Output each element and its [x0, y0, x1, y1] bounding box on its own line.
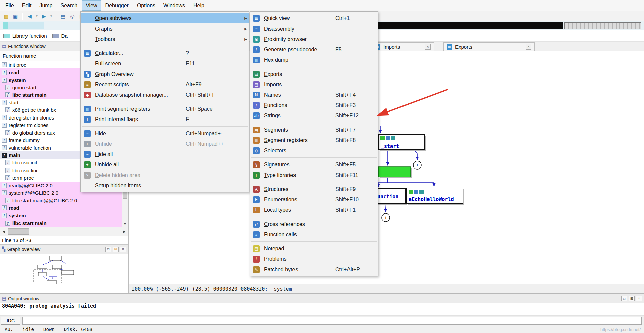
- menu-item-names[interactable]: NNamesShift+F4: [250, 90, 378, 100]
- scroll-right-icon[interactable]: ▶: [121, 227, 128, 236]
- menu-item-strings[interactable]: abStringsShift+F12: [250, 110, 378, 121]
- scroll-left-icon[interactable]: ◀: [0, 227, 7, 236]
- function-name: libc csu fini: [12, 168, 37, 173]
- tab-exports[interactable]: ▦ Exports ×: [443, 42, 535, 51]
- output-window-titlebar[interactable]: ▤ Output window □ ⊞ ×: [0, 294, 644, 303]
- menu-item-calculator[interactable]: ▦Calculator...?: [81, 48, 249, 58]
- menu-item-shortcut: Shift+F12: [335, 113, 371, 119]
- print-segment-registers-icon: ▥: [84, 106, 91, 112]
- menu-item-quick-view[interactable]: ▦Quick viewCtrl+1: [250, 13, 378, 23]
- command-line-input[interactable]: [22, 317, 642, 325]
- menu-item-selectors[interactable]: ◇Selectors: [250, 145, 378, 156]
- function-name: init proc: [9, 62, 26, 68]
- menu-item-database-snapshot-manager[interactable]: ◆Database snapshot manager...Ctrl+Shift+…: [81, 90, 249, 100]
- menu-item-exports[interactable]: ▤Exports: [250, 69, 378, 79]
- menu-item-recent-scripts[interactable]: ≡Recent scriptsAlt+F9: [81, 79, 249, 90]
- graph-node-string[interactable]: aEchoHelloWorld: [407, 188, 464, 205]
- function-row[interactable]: ƒsystem: [0, 212, 122, 219]
- menu-item-full-screen[interactable]: Full screenF11: [81, 58, 249, 69]
- menubar-item-debugger[interactable]: Debugger: [102, 1, 132, 10]
- navigate-back-dropdown-icon[interactable]: ▼: [35, 12, 39, 20]
- float-icon[interactable]: ⊞: [629, 296, 635, 301]
- menu-item-unhide[interactable]: +UnhideCtrl+Numpad++: [81, 139, 249, 149]
- menu-item-hide-all[interactable]: −Hide all: [81, 149, 249, 159]
- functions-horizontal-scrollbar[interactable]: ◀ ▶: [0, 227, 128, 236]
- menu-item-setup-hidden-items[interactable]: Setup hidden items...: [81, 180, 249, 191]
- menu-item-generate-pseudocode[interactable]: ƒGenerate pseudocodeF5: [250, 44, 378, 55]
- menu-item-cross-references[interactable]: ⇄Cross references: [250, 219, 378, 229]
- graph-overview-titlebar[interactable]: ▚ Graph overview □ ⊞ ×: [0, 245, 128, 254]
- close-icon[interactable]: ×: [526, 44, 531, 50]
- menu-item-print-segment-registers[interactable]: ▥Print segment registersCtrl+Space: [81, 104, 249, 114]
- menu-item-toolbars[interactable]: Toolbars▶: [81, 34, 249, 44]
- menu-item-type-libraries[interactable]: TType librariesShift+F11: [250, 170, 378, 180]
- close-icon[interactable]: ×: [120, 247, 126, 252]
- menu-item-patched-bytes[interactable]: ✎Patched bytesCtrl+Alt+P: [250, 264, 378, 275]
- navigate-forward-icon[interactable]: ▶: [40, 12, 48, 20]
- menu-item-enumerations[interactable]: EEnumerationsShift+F10: [250, 194, 378, 205]
- function-name: do global dtors aux: [12, 130, 55, 136]
- menu-item-label: Patched bytes: [264, 267, 335, 273]
- menu-item-structures[interactable]: AStructuresShift+F9: [250, 184, 378, 194]
- menu-item-hide[interactable]: −HideCtrl+Numpad+-: [81, 128, 249, 139]
- float-icon[interactable]: ⊞: [113, 247, 119, 252]
- menu-item-delete-hidden-area[interactable]: ×Delete hidden area: [81, 170, 249, 180]
- tab-imports[interactable]: ▦ Imports ×: [372, 42, 434, 51]
- navigate-forward-dropdown-icon[interactable]: ▼: [49, 12, 53, 20]
- menu-item-proximity-browser[interactable]: ◉Proximity browser: [250, 34, 378, 44]
- menubar-item-jump[interactable]: Jump: [36, 1, 56, 10]
- graph-node-current[interactable]: [378, 167, 412, 178]
- menu-item-graph-overview[interactable]: ▚Graph Overview: [81, 69, 249, 79]
- menu-item-local-types[interactable]: LLocal typesShift+F1: [250, 205, 378, 215]
- scroll-down-icon[interactable]: ▼: [122, 221, 128, 227]
- menubar-item-file[interactable]: File: [2, 1, 18, 10]
- menu-item-hex-dump[interactable]: ▥Hex dump: [250, 55, 378, 65]
- menu-item-unhide-all[interactable]: +Unhide all: [81, 159, 249, 170]
- menu-item-label: Database snapshot manager...: [95, 92, 186, 98]
- open-file-icon[interactable]: ▨: [2, 12, 10, 20]
- output-log[interactable]: 804A040: prolog analysis failed: [0, 303, 644, 316]
- close-icon[interactable]: ×: [425, 44, 431, 50]
- menu-item-graphs[interactable]: Graphs▶: [81, 23, 249, 34]
- maximize-icon[interactable]: □: [621, 296, 627, 301]
- function-row[interactable]: ƒlibc start main@@GLIBC 2 0: [0, 197, 122, 204]
- menu-item-functions[interactable]: ƒFunctionsShift+F3: [250, 100, 378, 110]
- graph-node-start[interactable]: _start: [378, 134, 426, 151]
- menubar-item-help[interactable]: Help: [190, 1, 208, 10]
- menu-item-signatures[interactable]: §SignaturesShift+F5: [250, 159, 378, 170]
- expand-node-icon[interactable]: +: [413, 161, 421, 169]
- graph-overview-minimap[interactable]: [0, 254, 128, 293]
- menu-item-segment-registers[interactable]: ▥Segment registersShift+F8: [250, 135, 378, 145]
- navigate-forward-dropdown-icon-glyph: ▼: [50, 15, 53, 18]
- menu-item-problems[interactable]: !Problems: [250, 254, 378, 264]
- menu-item-imports[interactable]: ▤Imports: [250, 79, 378, 90]
- function-icon: ƒ: [2, 115, 7, 120]
- function-row[interactable]: ƒread: [0, 204, 122, 211]
- menu-item-label: Notepad: [264, 246, 335, 252]
- menubar-item-search[interactable]: Search: [57, 1, 82, 10]
- menubar-item-options[interactable]: Options: [133, 1, 159, 10]
- close-icon[interactable]: ×: [636, 296, 642, 301]
- menu-separator: [251, 157, 377, 158]
- maximize-icon[interactable]: □: [105, 247, 111, 252]
- menu-item-disassembly[interactable]: ≡Disassembly: [250, 23, 378, 34]
- menu-item-shortcut: Ctrl+Numpad+-: [186, 131, 242, 137]
- menu-item-open-subviews[interactable]: Open subviews▶: [81, 13, 249, 23]
- idc-button[interactable]: IDC: [1, 317, 20, 325]
- menubar-item-windows[interactable]: Windows: [160, 1, 189, 10]
- search-icon[interactable]: ◎: [68, 12, 77, 20]
- menu-item-notepad[interactable]: ▤Notepad: [250, 243, 378, 254]
- menu-item-function-calls[interactable]: »Function calls: [250, 229, 378, 240]
- function-row[interactable]: ƒlibc start main: [0, 219, 122, 227]
- menu-item-segments[interactable]: ▤SegmentsShift+F7: [250, 125, 378, 135]
- navigate-back-icon[interactable]: ◀: [25, 12, 34, 20]
- function-icon: ƒ: [2, 153, 7, 158]
- horizontal-scrollbar-thumb[interactable]: [8, 228, 29, 235]
- expand-node-icon[interactable]: +: [382, 213, 390, 222]
- statusbar-indicator: Down: [39, 325, 59, 333]
- jump-address-icon[interactable]: ▤: [59, 12, 67, 20]
- menu-item-print-internal-flags[interactable]: iPrint internal flagsF: [81, 114, 249, 125]
- menubar-item-edit[interactable]: Edit: [18, 1, 35, 10]
- menubar-item-view[interactable]: View: [82, 1, 101, 10]
- save-file-icon[interactable]: ▣: [11, 12, 20, 20]
